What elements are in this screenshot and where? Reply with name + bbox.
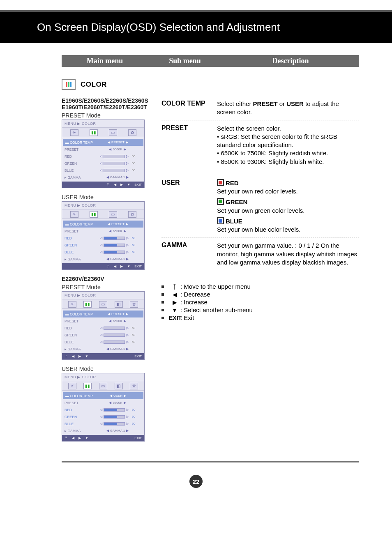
exit-label: EXIT xyxy=(169,315,180,321)
preset-mode-label-1: PRESET Mode xyxy=(62,112,150,119)
header-description: Description xyxy=(222,57,359,65)
model-group-1-line2: E1960T/E2060T/E2260T/E2360T xyxy=(62,104,150,110)
user-mode-label-1: USER Mode xyxy=(62,194,150,200)
left-arrow-icon: ◀ xyxy=(169,291,180,298)
desc-color-temp: COLOR TEMP Select either PRESET or USER … xyxy=(161,100,359,117)
down-arrow-icon: ▼ xyxy=(169,307,180,313)
color-bars-icon xyxy=(62,79,76,90)
model-group-2: E2260V/E2360V xyxy=(62,276,150,282)
user-mode-label-2: USER Mode xyxy=(62,366,150,372)
osd-mock-preset-5tab: MENU ▶ COLOR ☀ ▮▮ ▭ ◧ ✿ ▬ COLOR TEMP◀PRE… xyxy=(62,291,145,360)
page-title: On Screen Display(OSD) Selection and Adj… xyxy=(0,10,392,43)
blue-swatch-icon xyxy=(217,217,224,224)
preset-mode-label-2: PRESET Mode xyxy=(62,284,150,290)
model-group-1-line1: E1960S/E2060S/E2260S/E2360S xyxy=(62,97,150,104)
osd-mock-preset-4tab: MENU ▶ COLOR ☀ ▮▮ ▭ ✿ ▬ COLOR TEMP◀PRESE… xyxy=(62,120,145,188)
desc-gamma: GAMMA Set your own gamma value. : 0 / 1 … xyxy=(161,242,359,267)
column-header-row: Main menu Sub menu Description xyxy=(62,55,359,67)
green-swatch-icon xyxy=(217,198,224,205)
up-arrow-icon: ⭱ xyxy=(169,283,180,290)
nav-legend: ⭱: Move to the upper menu ◀: Decrease ▶:… xyxy=(161,283,359,321)
desc-preset: PRESET Select the screen color. • sRGB: … xyxy=(161,124,359,166)
red-swatch-icon xyxy=(217,179,224,186)
page-number: 22 xyxy=(189,475,203,488)
header-main-menu: Main menu xyxy=(62,57,148,65)
header-sub-menu: Sub menu xyxy=(148,57,222,65)
osd-mock-user-4tab: MENU ▶ COLOR ☀ ▮▮ ▭ ✿ ▬ COLOR TEMP◀PRESE… xyxy=(62,201,145,270)
right-arrow-icon: ▶ xyxy=(169,299,180,306)
desc-user: USER RED Set your own red color levels. … xyxy=(161,179,359,234)
section-color-label: COLOR xyxy=(81,81,107,89)
osd-mock-user-5tab: MENU ▶ COLOR ☀ ▮▮ ▭ ◧ ✿ ▬ COLOR TEMP◀USE… xyxy=(62,373,145,442)
